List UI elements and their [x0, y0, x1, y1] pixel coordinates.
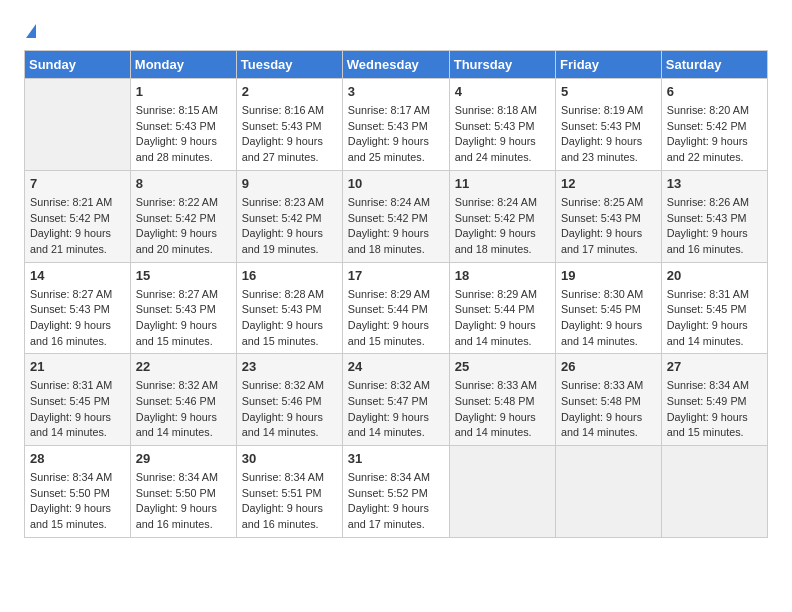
calendar-cell: 23Sunrise: 8:32 AMSunset: 5:46 PMDayligh…: [236, 354, 342, 446]
day-info: Sunrise: 8:27 AMSunset: 5:43 PMDaylight:…: [30, 287, 125, 350]
day-number: 22: [136, 358, 231, 376]
day-info: Sunrise: 8:34 AMSunset: 5:49 PMDaylight:…: [667, 378, 762, 441]
day-info: Sunrise: 8:26 AMSunset: 5:43 PMDaylight:…: [667, 195, 762, 258]
calendar-week-row: 28Sunrise: 8:34 AMSunset: 5:50 PMDayligh…: [25, 446, 768, 538]
calendar-cell: 28Sunrise: 8:34 AMSunset: 5:50 PMDayligh…: [25, 446, 131, 538]
calendar-cell: 15Sunrise: 8:27 AMSunset: 5:43 PMDayligh…: [130, 262, 236, 354]
day-info: Sunrise: 8:32 AMSunset: 5:46 PMDaylight:…: [136, 378, 231, 441]
calendar-cell: 14Sunrise: 8:27 AMSunset: 5:43 PMDayligh…: [25, 262, 131, 354]
calendar-cell: 17Sunrise: 8:29 AMSunset: 5:44 PMDayligh…: [342, 262, 449, 354]
day-number: 29: [136, 450, 231, 468]
day-info: Sunrise: 8:15 AMSunset: 5:43 PMDaylight:…: [136, 103, 231, 166]
day-info: Sunrise: 8:29 AMSunset: 5:44 PMDaylight:…: [348, 287, 444, 350]
day-number: 24: [348, 358, 444, 376]
day-info: Sunrise: 8:17 AMSunset: 5:43 PMDaylight:…: [348, 103, 444, 166]
col-header-tuesday: Tuesday: [236, 51, 342, 79]
day-info: Sunrise: 8:22 AMSunset: 5:42 PMDaylight:…: [136, 195, 231, 258]
logo-triangle-icon: [26, 24, 36, 38]
calendar-cell: 7Sunrise: 8:21 AMSunset: 5:42 PMDaylight…: [25, 170, 131, 262]
col-header-sunday: Sunday: [25, 51, 131, 79]
day-info: Sunrise: 8:32 AMSunset: 5:47 PMDaylight:…: [348, 378, 444, 441]
calendar-cell: 19Sunrise: 8:30 AMSunset: 5:45 PMDayligh…: [556, 262, 662, 354]
day-info: Sunrise: 8:34 AMSunset: 5:51 PMDaylight:…: [242, 470, 337, 533]
day-number: 7: [30, 175, 125, 193]
day-number: 26: [561, 358, 656, 376]
calendar-week-row: 14Sunrise: 8:27 AMSunset: 5:43 PMDayligh…: [25, 262, 768, 354]
day-number: 17: [348, 267, 444, 285]
day-info: Sunrise: 8:30 AMSunset: 5:45 PMDaylight:…: [561, 287, 656, 350]
day-info: Sunrise: 8:33 AMSunset: 5:48 PMDaylight:…: [455, 378, 550, 441]
day-number: 28: [30, 450, 125, 468]
day-info: Sunrise: 8:16 AMSunset: 5:43 PMDaylight:…: [242, 103, 337, 166]
day-number: 31: [348, 450, 444, 468]
col-header-saturday: Saturday: [661, 51, 767, 79]
calendar-cell: 24Sunrise: 8:32 AMSunset: 5:47 PMDayligh…: [342, 354, 449, 446]
day-number: 10: [348, 175, 444, 193]
calendar-week-row: 1Sunrise: 8:15 AMSunset: 5:43 PMDaylight…: [25, 79, 768, 171]
day-number: 4: [455, 83, 550, 101]
day-number: 3: [348, 83, 444, 101]
calendar-cell: 27Sunrise: 8:34 AMSunset: 5:49 PMDayligh…: [661, 354, 767, 446]
calendar-cell: 25Sunrise: 8:33 AMSunset: 5:48 PMDayligh…: [449, 354, 555, 446]
day-info: Sunrise: 8:18 AMSunset: 5:43 PMDaylight:…: [455, 103, 550, 166]
day-number: 23: [242, 358, 337, 376]
calendar-cell: [661, 446, 767, 538]
calendar-cell: 18Sunrise: 8:29 AMSunset: 5:44 PMDayligh…: [449, 262, 555, 354]
calendar-cell: [25, 79, 131, 171]
day-info: Sunrise: 8:23 AMSunset: 5:42 PMDaylight:…: [242, 195, 337, 258]
day-info: Sunrise: 8:34 AMSunset: 5:50 PMDaylight:…: [136, 470, 231, 533]
col-header-thursday: Thursday: [449, 51, 555, 79]
day-info: Sunrise: 8:31 AMSunset: 5:45 PMDaylight:…: [30, 378, 125, 441]
day-number: 13: [667, 175, 762, 193]
calendar-cell: 4Sunrise: 8:18 AMSunset: 5:43 PMDaylight…: [449, 79, 555, 171]
day-number: 27: [667, 358, 762, 376]
calendar-week-row: 7Sunrise: 8:21 AMSunset: 5:42 PMDaylight…: [25, 170, 768, 262]
day-number: 8: [136, 175, 231, 193]
day-number: 9: [242, 175, 337, 193]
calendar-cell: 3Sunrise: 8:17 AMSunset: 5:43 PMDaylight…: [342, 79, 449, 171]
day-info: Sunrise: 8:21 AMSunset: 5:42 PMDaylight:…: [30, 195, 125, 258]
day-number: 12: [561, 175, 656, 193]
calendar-cell: 13Sunrise: 8:26 AMSunset: 5:43 PMDayligh…: [661, 170, 767, 262]
calendar-cell: 16Sunrise: 8:28 AMSunset: 5:43 PMDayligh…: [236, 262, 342, 354]
calendar-table: SundayMondayTuesdayWednesdayThursdayFrid…: [24, 50, 768, 538]
day-info: Sunrise: 8:32 AMSunset: 5:46 PMDaylight:…: [242, 378, 337, 441]
day-number: 19: [561, 267, 656, 285]
day-info: Sunrise: 8:24 AMSunset: 5:42 PMDaylight:…: [348, 195, 444, 258]
calendar-cell: 22Sunrise: 8:32 AMSunset: 5:46 PMDayligh…: [130, 354, 236, 446]
day-info: Sunrise: 8:27 AMSunset: 5:43 PMDaylight:…: [136, 287, 231, 350]
day-number: 2: [242, 83, 337, 101]
calendar-cell: 1Sunrise: 8:15 AMSunset: 5:43 PMDaylight…: [130, 79, 236, 171]
calendar-cell: 11Sunrise: 8:24 AMSunset: 5:42 PMDayligh…: [449, 170, 555, 262]
day-number: 16: [242, 267, 337, 285]
day-number: 21: [30, 358, 125, 376]
col-header-monday: Monday: [130, 51, 236, 79]
day-number: 11: [455, 175, 550, 193]
calendar-cell: 5Sunrise: 8:19 AMSunset: 5:43 PMDaylight…: [556, 79, 662, 171]
calendar-cell: 29Sunrise: 8:34 AMSunset: 5:50 PMDayligh…: [130, 446, 236, 538]
day-number: 1: [136, 83, 231, 101]
calendar-cell: [556, 446, 662, 538]
day-info: Sunrise: 8:19 AMSunset: 5:43 PMDaylight:…: [561, 103, 656, 166]
calendar-cell: 26Sunrise: 8:33 AMSunset: 5:48 PMDayligh…: [556, 354, 662, 446]
calendar-cell: 21Sunrise: 8:31 AMSunset: 5:45 PMDayligh…: [25, 354, 131, 446]
day-info: Sunrise: 8:31 AMSunset: 5:45 PMDaylight:…: [667, 287, 762, 350]
day-info: Sunrise: 8:33 AMSunset: 5:48 PMDaylight:…: [561, 378, 656, 441]
day-number: 20: [667, 267, 762, 285]
calendar-cell: 12Sunrise: 8:25 AMSunset: 5:43 PMDayligh…: [556, 170, 662, 262]
day-number: 25: [455, 358, 550, 376]
day-number: 30: [242, 450, 337, 468]
col-header-friday: Friday: [556, 51, 662, 79]
day-info: Sunrise: 8:34 AMSunset: 5:52 PMDaylight:…: [348, 470, 444, 533]
calendar-week-row: 21Sunrise: 8:31 AMSunset: 5:45 PMDayligh…: [25, 354, 768, 446]
calendar-cell: 6Sunrise: 8:20 AMSunset: 5:42 PMDaylight…: [661, 79, 767, 171]
calendar-header-row: SundayMondayTuesdayWednesdayThursdayFrid…: [25, 51, 768, 79]
calendar-cell: 20Sunrise: 8:31 AMSunset: 5:45 PMDayligh…: [661, 262, 767, 354]
day-info: Sunrise: 8:24 AMSunset: 5:42 PMDaylight:…: [455, 195, 550, 258]
logo: [24, 24, 36, 40]
day-number: 14: [30, 267, 125, 285]
calendar-cell: 2Sunrise: 8:16 AMSunset: 5:43 PMDaylight…: [236, 79, 342, 171]
day-number: 18: [455, 267, 550, 285]
day-info: Sunrise: 8:34 AMSunset: 5:50 PMDaylight:…: [30, 470, 125, 533]
calendar-cell: 9Sunrise: 8:23 AMSunset: 5:42 PMDaylight…: [236, 170, 342, 262]
